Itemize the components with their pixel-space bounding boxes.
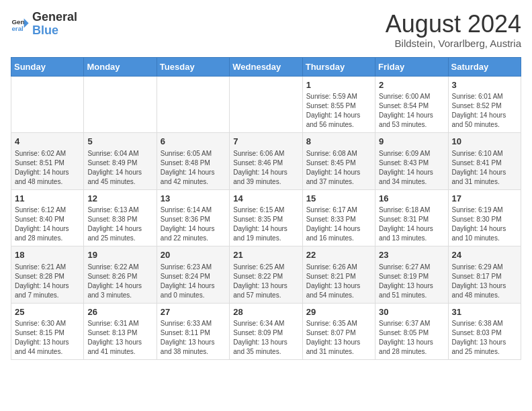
day-number: 28 xyxy=(233,306,298,318)
calendar-cell: 9Sunrise: 6:09 AM Sunset: 8:43 PM Daylig… xyxy=(375,133,448,190)
calendar-cell: 13Sunrise: 6:14 AM Sunset: 8:36 PM Dayli… xyxy=(157,189,229,246)
day-number: 27 xyxy=(161,306,226,318)
day-number: 24 xyxy=(452,249,517,261)
calendar-cell: 26Sunrise: 6:31 AM Sunset: 8:13 PM Dayli… xyxy=(84,303,157,360)
day-info: Sunrise: 6:26 AM Sunset: 8:21 PM Dayligh… xyxy=(306,263,371,300)
calendar-cell xyxy=(84,76,157,133)
calendar-cell: 29Sunrise: 6:35 AM Sunset: 8:07 PM Dayli… xyxy=(302,303,375,360)
day-info: Sunrise: 6:18 AM Sunset: 8:31 PM Dayligh… xyxy=(379,205,444,243)
day-number: 10 xyxy=(452,136,517,148)
day-info: Sunrise: 6:08 AM Sunset: 8:45 PM Dayligh… xyxy=(306,149,371,187)
day-info: Sunrise: 6:29 AM Sunset: 8:17 PM Dayligh… xyxy=(452,263,517,300)
day-info: Sunrise: 6:19 AM Sunset: 8:30 PM Dayligh… xyxy=(452,205,517,243)
calendar-week-5: 25Sunrise: 6:30 AM Sunset: 8:15 PM Dayli… xyxy=(11,303,521,360)
day-number: 13 xyxy=(161,193,226,205)
weekday-header-row: SundayMondayTuesdayWednesdayThursdayFrid… xyxy=(11,57,521,76)
calendar-cell: 11Sunrise: 6:12 AM Sunset: 8:40 PM Dayli… xyxy=(11,189,84,246)
day-number: 7 xyxy=(233,136,298,148)
calendar-header: SundayMondayTuesdayWednesdayThursdayFrid… xyxy=(11,57,521,76)
svg-text:eral: eral xyxy=(11,25,24,32)
logo-general-text: General xyxy=(32,11,77,24)
logo: Gen eral General Blue xyxy=(11,11,77,38)
day-info: Sunrise: 6:13 AM Sunset: 8:38 PM Dayligh… xyxy=(87,205,152,243)
day-info: Sunrise: 6:01 AM Sunset: 8:52 PM Dayligh… xyxy=(452,92,517,130)
day-info: Sunrise: 6:06 AM Sunset: 8:46 PM Dayligh… xyxy=(233,149,298,187)
day-info: Sunrise: 6:31 AM Sunset: 8:13 PM Dayligh… xyxy=(87,319,152,357)
calendar-cell xyxy=(230,76,302,133)
day-info: Sunrise: 6:37 AM Sunset: 8:05 PM Dayligh… xyxy=(379,319,444,357)
day-number: 22 xyxy=(306,249,371,261)
day-number: 23 xyxy=(379,249,444,261)
calendar-cell: 18Sunrise: 6:21 AM Sunset: 8:28 PM Dayli… xyxy=(11,246,84,304)
day-info: Sunrise: 6:14 AM Sunset: 8:36 PM Dayligh… xyxy=(161,205,226,243)
day-info: Sunrise: 6:05 AM Sunset: 8:48 PM Dayligh… xyxy=(161,149,226,187)
weekday-header-saturday: Saturday xyxy=(448,57,521,76)
calendar-cell: 20Sunrise: 6:23 AM Sunset: 8:24 PM Dayli… xyxy=(157,246,229,304)
page-header: Gen eral General Blue August 2024 Bildst… xyxy=(11,11,521,49)
day-info: Sunrise: 6:27 AM Sunset: 8:19 PM Dayligh… xyxy=(379,263,444,300)
calendar-cell: 17Sunrise: 6:19 AM Sunset: 8:30 PM Dayli… xyxy=(448,189,521,246)
calendar-week-4: 18Sunrise: 6:21 AM Sunset: 8:28 PM Dayli… xyxy=(11,246,521,304)
day-number: 20 xyxy=(161,249,226,261)
day-number: 1 xyxy=(306,79,371,91)
calendar-body: 1Sunrise: 5:59 AM Sunset: 8:55 PM Daylig… xyxy=(11,76,521,360)
logo-blue-text: Blue xyxy=(32,24,77,38)
weekday-header-sunday: Sunday xyxy=(11,57,84,76)
day-info: Sunrise: 6:34 AM Sunset: 8:09 PM Dayligh… xyxy=(233,319,298,357)
day-number: 4 xyxy=(15,136,80,148)
title-block: August 2024 Bildstein, Vorarlberg, Austr… xyxy=(386,11,521,49)
day-number: 30 xyxy=(379,306,444,318)
day-number: 29 xyxy=(306,306,371,318)
day-number: 21 xyxy=(233,249,298,261)
calendar-cell: 22Sunrise: 6:26 AM Sunset: 8:21 PM Dayli… xyxy=(302,246,375,304)
day-info: Sunrise: 6:21 AM Sunset: 8:28 PM Dayligh… xyxy=(15,263,80,300)
day-number: 16 xyxy=(379,193,444,205)
day-number: 3 xyxy=(452,79,517,91)
calendar-week-2: 4Sunrise: 6:02 AM Sunset: 8:51 PM Daylig… xyxy=(11,133,521,190)
calendar-cell: 7Sunrise: 6:06 AM Sunset: 8:46 PM Daylig… xyxy=(230,133,302,190)
weekday-header-friday: Friday xyxy=(375,57,448,76)
subtitle: Bildstein, Vorarlberg, Austria xyxy=(386,38,521,49)
calendar-table: SundayMondayTuesdayWednesdayThursdayFrid… xyxy=(11,57,521,361)
calendar-cell xyxy=(157,76,229,133)
day-info: Sunrise: 6:09 AM Sunset: 8:43 PM Dayligh… xyxy=(379,149,444,187)
day-info: Sunrise: 5:59 AM Sunset: 8:55 PM Dayligh… xyxy=(306,92,371,130)
day-number: 15 xyxy=(306,193,371,205)
day-number: 18 xyxy=(15,249,80,261)
day-info: Sunrise: 6:35 AM Sunset: 8:07 PM Dayligh… xyxy=(306,319,371,357)
calendar-cell: 19Sunrise: 6:22 AM Sunset: 8:26 PM Dayli… xyxy=(84,246,157,304)
calendar-cell: 6Sunrise: 6:05 AM Sunset: 8:48 PM Daylig… xyxy=(157,133,229,190)
calendar-cell: 27Sunrise: 6:33 AM Sunset: 8:11 PM Dayli… xyxy=(157,303,229,360)
calendar-week-1: 1Sunrise: 5:59 AM Sunset: 8:55 PM Daylig… xyxy=(11,76,521,133)
calendar-cell: 15Sunrise: 6:17 AM Sunset: 8:33 PM Dayli… xyxy=(302,189,375,246)
calendar-cell: 23Sunrise: 6:27 AM Sunset: 8:19 PM Dayli… xyxy=(375,246,448,304)
day-info: Sunrise: 6:10 AM Sunset: 8:41 PM Dayligh… xyxy=(452,149,517,187)
day-number: 5 xyxy=(87,136,152,148)
day-info: Sunrise: 6:23 AM Sunset: 8:24 PM Dayligh… xyxy=(161,263,226,300)
calendar-week-3: 11Sunrise: 6:12 AM Sunset: 8:40 PM Dayli… xyxy=(11,189,521,246)
calendar-cell: 16Sunrise: 6:18 AM Sunset: 8:31 PM Dayli… xyxy=(375,189,448,246)
day-number: 8 xyxy=(306,136,371,148)
day-number: 9 xyxy=(379,136,444,148)
day-number: 25 xyxy=(15,306,80,318)
weekday-header-wednesday: Wednesday xyxy=(230,57,302,76)
day-info: Sunrise: 6:00 AM Sunset: 8:54 PM Dayligh… xyxy=(379,92,444,130)
day-number: 11 xyxy=(15,193,80,205)
calendar-cell xyxy=(11,76,84,133)
day-info: Sunrise: 6:17 AM Sunset: 8:33 PM Dayligh… xyxy=(306,205,371,243)
day-info: Sunrise: 6:04 AM Sunset: 8:49 PM Dayligh… xyxy=(87,149,152,187)
day-number: 26 xyxy=(87,306,152,318)
day-info: Sunrise: 6:22 AM Sunset: 8:26 PM Dayligh… xyxy=(87,263,152,300)
calendar-cell: 21Sunrise: 6:25 AM Sunset: 8:22 PM Dayli… xyxy=(230,246,302,304)
svg-marker-2 xyxy=(24,18,29,28)
day-number: 31 xyxy=(452,306,517,318)
calendar-cell: 8Sunrise: 6:08 AM Sunset: 8:45 PM Daylig… xyxy=(302,133,375,190)
calendar-cell: 24Sunrise: 6:29 AM Sunset: 8:17 PM Dayli… xyxy=(448,246,521,304)
calendar-cell: 31Sunrise: 6:38 AM Sunset: 8:03 PM Dayli… xyxy=(448,303,521,360)
day-number: 17 xyxy=(452,193,517,205)
calendar-cell: 10Sunrise: 6:10 AM Sunset: 8:41 PM Dayli… xyxy=(448,133,521,190)
calendar-cell: 25Sunrise: 6:30 AM Sunset: 8:15 PM Dayli… xyxy=(11,303,84,360)
calendar-cell: 2Sunrise: 6:00 AM Sunset: 8:54 PM Daylig… xyxy=(375,76,448,133)
calendar-cell: 14Sunrise: 6:15 AM Sunset: 8:35 PM Dayli… xyxy=(230,189,302,246)
day-info: Sunrise: 6:38 AM Sunset: 8:03 PM Dayligh… xyxy=(452,319,517,357)
